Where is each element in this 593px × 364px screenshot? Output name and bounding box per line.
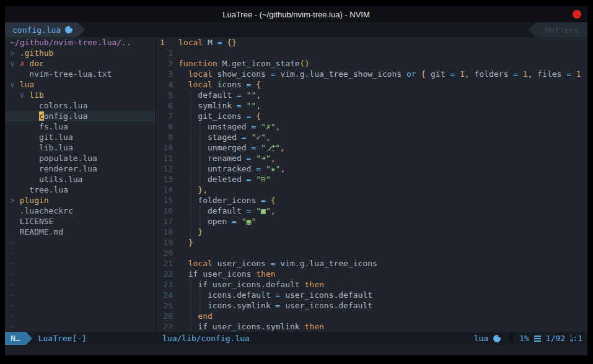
tree-label: plugin	[20, 196, 49, 205]
code-line[interactable]: 20	[156, 248, 587, 258]
tab-label: config.lua	[12, 25, 61, 35]
tree-row[interactable]: populate.lua	[5, 153, 156, 163]
chevron-icon[interactable]: ∨	[20, 90, 30, 100]
code-line[interactable]: 27 ┆ if user_icons.symlink then	[156, 321, 587, 332]
powerline-arrow-icon	[77, 22, 85, 37]
lines-icon	[534, 336, 541, 337]
title-bar: LuaTree - (~/github/nvim-tree.lua) - NVI…	[5, 6, 587, 22]
close-button[interactable]	[573, 10, 581, 19]
editor-panel[interactable]: 1local M = {}12function M.get_icon_state…	[156, 37, 587, 332]
tree-label: ~	[10, 280, 15, 289]
line-number: 20	[156, 248, 178, 258]
code-line[interactable]: 1	[156, 48, 587, 58]
line-number: 23	[156, 279, 178, 290]
tree-label: .github	[20, 48, 54, 58]
code-line[interactable]: 15 ┆ folder_icons = {	[156, 195, 587, 206]
tree-row[interactable]: ∨ ✗ doc	[5, 58, 156, 69]
code-line[interactable]: 16 ┆ ┆ default = "■",	[156, 206, 587, 216]
empty-line: ~	[5, 300, 156, 311]
tree-row[interactable]: .luacheckrc	[5, 206, 156, 216]
chevron-icon[interactable]: >	[10, 196, 20, 205]
tree-row[interactable]: config.lua	[5, 111, 156, 121]
line-number: 16	[156, 206, 178, 216]
cursor-position: 1/92	[546, 334, 565, 343]
chevron-icon[interactable]: >	[10, 48, 20, 58]
line-number: 18	[156, 227, 178, 237]
tree-row[interactable]: > plugin	[5, 195, 156, 206]
tree-label: git.lua	[39, 132, 73, 142]
code-line[interactable]: 26 ┆ end	[156, 311, 587, 321]
tree-label: doc	[29, 59, 43, 68]
code-line[interactable]: 4 local icons = {	[156, 79, 587, 90]
tree-row[interactable]: fs.lua	[5, 121, 156, 132]
tree-label: ~	[10, 301, 15, 310]
empty-line: ~	[5, 237, 156, 248]
code-line[interactable]: 13 ┆ ┆ deleted = "⊟"	[156, 174, 587, 184]
code-line[interactable]: 12 ┆ ┆ untracked = "★",	[156, 163, 587, 174]
code-text: ┆ ┆ untracked = "★",	[178, 163, 587, 174]
code-text: ┆ default = "",	[178, 90, 587, 100]
tree-row[interactable]: tree.lua	[5, 184, 156, 195]
line-number: 8	[156, 121, 178, 132]
powerline-arrow-icon	[26, 332, 32, 345]
command-line[interactable]	[5, 345, 587, 355]
code-text: ┆ },	[178, 184, 587, 195]
tree-row[interactable]: git.lua	[5, 132, 156, 142]
code-line[interactable]: 23 ┆ if user_icons.default then	[156, 279, 587, 290]
code-line[interactable]: 7 ┆ git_icons = {	[156, 111, 587, 121]
code-line[interactable]: 22 if user_icons then	[156, 269, 587, 279]
code-text: ┆ ┆ renamed = "➜",	[178, 153, 587, 163]
code-line[interactable]: 25 ┆ ┆ icons.symlink = user_icons.defaul…	[156, 300, 587, 311]
tree-row[interactable]: renderer.lua	[5, 163, 156, 174]
block-cursor: c	[39, 111, 44, 121]
tree-row[interactable]: utils.lua	[5, 174, 156, 184]
line-number: 9	[156, 132, 178, 142]
tree-row[interactable]: ∨ lua	[5, 79, 156, 90]
tree-row[interactable]: nvim-tree-lua.txt	[5, 69, 156, 79]
code-line[interactable]: 9 ┆ ┆ staged = "✓",	[156, 132, 587, 142]
tree-row[interactable]: ~/github/nvim-tree.lua/..	[5, 37, 156, 48]
tree-row[interactable]: ∨ lib	[5, 90, 156, 100]
code-line[interactable]: 17 ┆ ┆ open = "▣"	[156, 216, 587, 227]
code-line[interactable]: 3 local show_icons = vim.g.lua_tree_show…	[156, 69, 587, 79]
line-number: 24	[156, 290, 178, 300]
code-line[interactable]: 21 local user_icons = vim.g.lua_tree_ico…	[156, 258, 587, 269]
statusline: N… LuaTree[-] lua/lib/config.lua lua 1% …	[5, 332, 587, 345]
code-text: }	[178, 237, 587, 248]
tree-buffer-name: LuaTree[-]	[38, 334, 87, 343]
code-line[interactable]: 11 ┆ ┆ renamed = "➜",	[156, 153, 587, 163]
tree-label: ~	[10, 322, 15, 331]
code-line[interactable]: 19 }	[156, 237, 587, 248]
code-line[interactable]: 1local M = {}	[156, 37, 587, 48]
scroll-percent: 1%	[519, 334, 529, 343]
code-line[interactable]: 2function M.get_icon_state()	[156, 58, 587, 69]
buffers-section[interactable]: buffers	[536, 22, 587, 37]
code-line[interactable]: 5 ┆ default = "",	[156, 90, 587, 100]
tree-row[interactable]: README.md	[5, 227, 156, 237]
code-text: ┆ if user_icons.symlink then	[178, 321, 587, 332]
code-text	[178, 48, 587, 58]
empty-line: ~	[5, 258, 156, 269]
code-text: ┆ folder_icons = {	[178, 195, 587, 206]
code-line[interactable]: 24 ┆ ┆ icons.default = user_icons.defaul…	[156, 290, 587, 300]
code-line[interactable]: 10 ┆ ┆ unmerged = "⎇",	[156, 142, 587, 153]
tree-row[interactable]: lib.lua	[5, 142, 156, 153]
file-tree-panel[interactable]: ~/github/nvim-tree.lua/..> .github∨ ✗ do…	[5, 37, 156, 332]
code-line[interactable]: 8 ┆ ┆ unstaged = "✗",	[156, 121, 587, 132]
code-text	[178, 248, 587, 258]
code-line[interactable]: 6 ┆ symlink = "",	[156, 100, 587, 111]
code-text: if user_icons then	[178, 269, 587, 279]
chevron-icon[interactable]: ∨	[10, 59, 20, 68]
tree-row[interactable]: > .github	[5, 48, 156, 58]
line-number: 1	[156, 48, 178, 58]
code-line[interactable]: 14 ┆ },	[156, 184, 587, 195]
chevron-icon[interactable]: ∨	[10, 80, 20, 89]
code-text: ┆ end	[178, 311, 587, 321]
tree-row[interactable]: colors.lua	[5, 100, 156, 111]
tree-row[interactable]: LICENSE	[5, 216, 156, 227]
code-line[interactable]: 18 ┆ }	[156, 227, 587, 237]
line-number: 6	[156, 100, 178, 111]
code-text: local show_icons = vim.g.lua_tree_show_i…	[178, 69, 587, 79]
tab-config-lua[interactable]: config.lua	[5, 22, 77, 37]
code-text: ┆ if user_icons.default then	[178, 279, 587, 290]
